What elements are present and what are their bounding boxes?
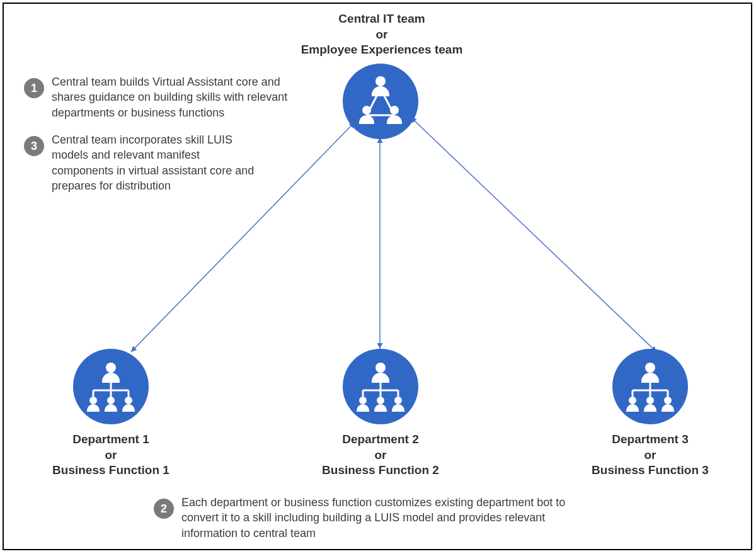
central-title-or: or [268,27,495,43]
central-title-line1: Central IT team [268,11,495,27]
central-team-title: Central IT team or Employee Experiences … [268,11,495,58]
org-chart-icon [343,349,418,424]
department-1-name: Department 1 [35,432,186,448]
step-2-badge: 2 [154,499,174,519]
department-3-fn: Business Function 3 [575,463,726,478]
step-3-number: 3 [31,140,37,153]
svg-point-33 [629,397,636,404]
department-2-or: or [305,448,456,463]
step-3-badge: 3 [24,136,44,156]
department-3-name: Department 3 [575,432,726,448]
step-1-text: Central team builds Virtual Assistant co… [52,74,316,120]
department-3-node [612,349,688,424]
step-2-number: 2 [161,502,167,516]
svg-point-34 [646,397,654,404]
department-1-fn: Business Function 1 [35,463,186,478]
svg-point-32 [645,363,655,373]
org-chart-icon [73,349,149,424]
svg-line-2 [412,118,656,352]
step-2-text: Each department or business function cus… [181,495,591,541]
department-1-label: Department 1 or Business Function 1 [35,432,186,478]
svg-point-26 [394,397,402,404]
svg-point-17 [125,397,132,404]
svg-point-15 [89,397,97,404]
org-chart-icon [612,349,688,424]
svg-point-6 [375,76,386,86]
department-2-fn: Business Function 2 [305,463,456,478]
central-title-line2: Employee Experiences team [268,42,495,58]
svg-point-25 [377,397,384,404]
team-network-icon [343,64,418,139]
department-2-label: Department 2 or Business Function 2 [305,432,456,478]
svg-point-23 [375,363,386,373]
department-2-node [343,349,418,424]
svg-point-8 [390,106,399,115]
step-3-text: Central team incorporates skill LUIS mod… [52,132,260,193]
svg-point-24 [359,397,367,404]
department-3-label: Department 3 or Business Function 3 [575,432,726,478]
svg-point-35 [664,397,672,404]
step-1-badge: 1 [24,78,44,98]
svg-point-14 [106,363,116,373]
diagram-frame: Central IT team or Employee Experiences … [3,3,752,550]
central-team-node [343,64,418,139]
department-1-node [73,349,149,424]
svg-point-16 [107,397,115,404]
department-1-or: or [35,448,186,463]
department-2-name: Department 2 [305,432,456,448]
step-1-number: 1 [31,82,37,95]
svg-point-7 [362,106,371,115]
department-3-or: or [575,448,726,463]
